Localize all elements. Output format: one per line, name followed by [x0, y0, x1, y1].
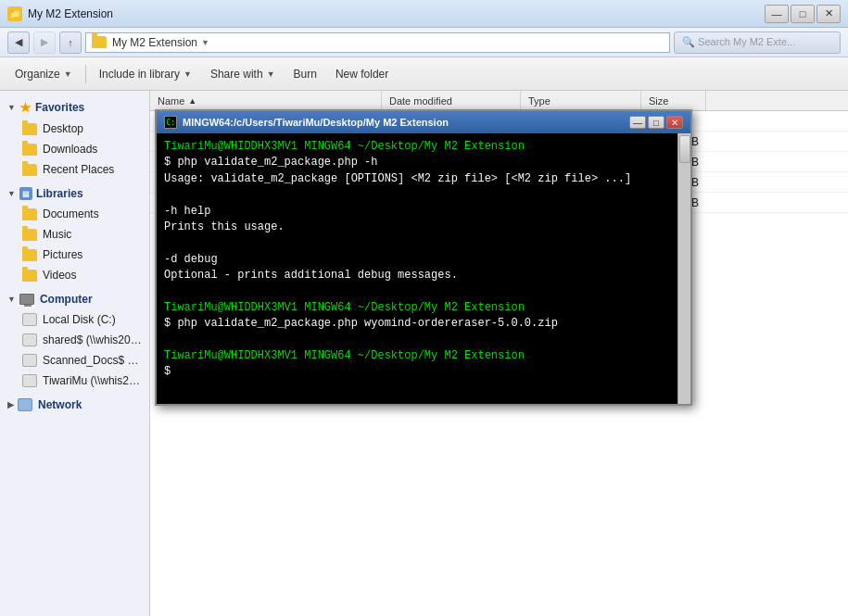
close-button[interactable]: ✕: [816, 5, 841, 23]
sidebar-item-desktop[interactable]: Desktop: [0, 119, 149, 139]
terminal-line-12: $ php validate_m2_package.php wyomind-or…: [164, 316, 683, 332]
libraries-label: Libraries: [36, 187, 83, 200]
forward-button[interactable]: ▶: [33, 31, 56, 54]
recent-label: Recent Places: [43, 163, 114, 176]
terminal-scrollbar[interactable]: [677, 133, 690, 404]
terminal-line-9: Optional - prints additional debug messa…: [164, 268, 683, 283]
share-with-button[interactable]: Share with ▼: [203, 62, 283, 86]
localdisk-label: Local Disk (C:): [43, 313, 116, 326]
sidebar-network-header[interactable]: ▶ Network: [0, 395, 149, 415]
desktop-icon: [22, 121, 37, 136]
burn-button[interactable]: Burn: [286, 62, 324, 86]
include-arrow: ▼: [184, 69, 192, 79]
recent-icon: [22, 162, 37, 177]
libraries-arrow-icon: ▼: [7, 189, 16, 198]
up-button[interactable]: ↑: [59, 31, 82, 54]
sidebar-libraries-header[interactable]: ▼ ▤ Libraries: [0, 183, 149, 204]
terminal-line-5: -h help: [164, 204, 683, 220]
sidebar-section-network: ▶ Network: [0, 395, 149, 415]
terminal-line-15: $: [164, 364, 683, 380]
sidebar-item-shared[interactable]: shared$ (\\whis2001): [0, 330, 149, 350]
sidebar-section-computer: ▼ Computer Local Disk (C:) shared$ (\\wh…: [0, 289, 149, 391]
network-label: Network: [38, 398, 82, 411]
terminal-line-7: [164, 235, 683, 251]
window-title: My M2 Extension: [28, 7, 113, 20]
network-icon: [18, 398, 32, 411]
sidebar-item-localdisk[interactable]: Local Disk (C:): [0, 309, 149, 330]
star-icon: ★: [19, 100, 32, 115]
address-path: My M2 Extension: [112, 36, 197, 49]
sidebar-computer-header[interactable]: ▼ Computer: [0, 289, 149, 309]
pictures-icon: [22, 247, 37, 262]
music-icon: [22, 227, 37, 242]
sidebar-section-favorites: ▼ ★ Favorites Desktop Downloads Recent P…: [0, 96, 149, 180]
shared-icon: [22, 333, 37, 347]
back-button[interactable]: ◀: [7, 31, 30, 54]
share-arrow: ▼: [267, 69, 275, 79]
terminal-line-6: Prints this usage.: [164, 220, 683, 235]
folder-icon: [92, 36, 107, 48]
organize-button[interactable]: Organize ▼: [7, 62, 80, 86]
minimize-button[interactable]: —: [765, 5, 789, 23]
tiwarumu-icon: [22, 373, 37, 388]
computer-label: Computer: [40, 293, 93, 306]
name-sort-icon: ▲: [188, 96, 196, 106]
sidebar-item-pictures[interactable]: Pictures: [0, 245, 149, 265]
col-header-type[interactable]: Type: [521, 91, 641, 110]
downloads-icon: [22, 142, 37, 157]
window-icon: 📁: [7, 6, 22, 21]
videos-label: Videos: [43, 269, 76, 282]
col-header-size[interactable]: Size: [641, 91, 706, 110]
new-folder-button[interactable]: New folder: [328, 62, 396, 86]
music-label: Music: [43, 228, 71, 241]
address-arrow: ▼: [201, 38, 209, 47]
include-library-button[interactable]: Include in library ▼: [92, 62, 199, 86]
terminal-line-3: Usage: validate_m2_package [OPTIONS] <M2…: [164, 171, 683, 187]
computer-icon: [19, 294, 34, 305]
file-list-area: Name ▲ Date modified Type Size wyomind-o…: [150, 91, 848, 616]
terminal-line-10: [164, 284, 683, 300]
sidebar-item-scanned[interactable]: Scanned_Docs$ (\\whi: [0, 350, 149, 371]
terminal-maximize-button[interactable]: □: [648, 116, 664, 129]
terminal-window[interactable]: C: MINGW64:/c/Users/TiwariMu/Desktop/My …: [155, 109, 692, 406]
downloads-label: Downloads: [43, 143, 97, 156]
library-icon: ▤: [19, 187, 32, 200]
organize-arrow: ▼: [64, 69, 72, 79]
terminal-line-8: -d debug: [164, 252, 683, 268]
terminal-minimize-button[interactable]: —: [629, 116, 646, 129]
documents-icon: [22, 207, 37, 221]
col-header-name[interactable]: Name ▲: [150, 91, 382, 110]
pictures-label: Pictures: [43, 248, 82, 261]
terminal-icon: C:: [164, 116, 177, 129]
maximize-button[interactable]: □: [791, 5, 815, 23]
favorites-label: Favorites: [35, 101, 84, 114]
toolbar: Organize ▼ Include in library ▼ Share wi…: [0, 57, 848, 91]
sidebar-section-libraries: ▼ ▤ Libraries Documents Music Pictures V…: [0, 183, 149, 285]
sidebar-item-documents[interactable]: Documents: [0, 204, 149, 224]
scanned-label: Scanned_Docs$ (\\whi: [43, 354, 142, 367]
terminal-close-button[interactable]: ✕: [666, 116, 683, 129]
col-header-date[interactable]: Date modified: [382, 91, 521, 110]
terminal-line-11: TiwariMu@WHIDDHX3MV1 MINGW64 ~/Desktop/M…: [164, 300, 683, 316]
search-button[interactable]: 🔍 Search My M2 Exte...: [674, 31, 841, 54]
terminal-scroll-thumb[interactable]: [679, 135, 690, 163]
shared-label: shared$ (\\whis2001): [43, 333, 142, 346]
terminal-line-4: [164, 187, 683, 203]
sidebar-item-music[interactable]: Music: [0, 224, 149, 245]
sidebar-item-tiwarumu[interactable]: TiwariMu (\\whis2001\: [0, 371, 149, 391]
main-content: ▼ ★ Favorites Desktop Downloads Recent P…: [0, 91, 848, 616]
sidebar-item-downloads[interactable]: Downloads: [0, 139, 149, 159]
address-bar: ◀ ▶ ↑ My M2 Extension ▼ 🔍 Search My M2 E…: [0, 28, 848, 57]
terminal-line-13: [164, 333, 683, 348]
videos-icon: [22, 268, 37, 283]
computer-arrow-icon: ▼: [7, 295, 16, 304]
sidebar-item-recent[interactable]: Recent Places: [0, 159, 149, 180]
sidebar-item-videos[interactable]: Videos: [0, 265, 149, 285]
title-bar: 📁 My M2 Extension — □ ✕: [0, 0, 848, 28]
address-field[interactable]: My M2 Extension ▼: [85, 32, 670, 53]
network-arrow-icon: ▶: [7, 400, 14, 409]
sidebar-favorites-header[interactable]: ▼ ★ Favorites: [0, 96, 149, 119]
file-list-header: Name ▲ Date modified Type Size: [150, 91, 848, 111]
terminal-body[interactable]: TiwariMu@WHIDDHX3MV1 MINGW64 ~/Desktop/M…: [157, 133, 690, 404]
localdisk-icon: [22, 312, 37, 327]
